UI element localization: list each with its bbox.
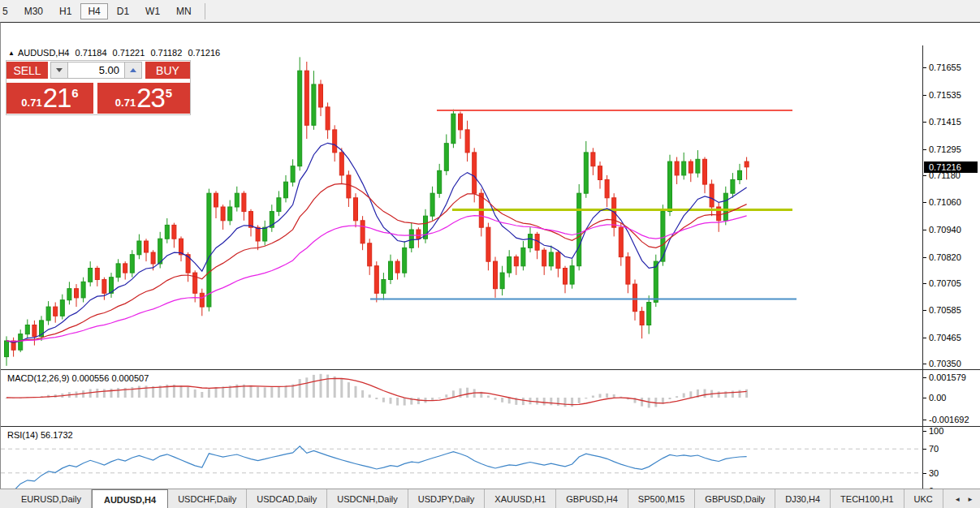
macd-histogram-bar: [348, 382, 350, 398]
timeframe-button-m30[interactable]: M30: [17, 3, 50, 19]
pane-separator: [1, 369, 980, 370]
macd-label: MACD(12,26,9) 0.000556 0.000507: [7, 373, 149, 383]
price-axis-label: 0.70465: [929, 333, 961, 342]
candle-body: [333, 130, 337, 153]
sell-price-pip: 6: [71, 86, 78, 100]
one-click-trade-widget: SELL BUY 0.71 21 6 0.71 23 5: [6, 60, 191, 115]
chart-tab-xauusd[interactable]: XAUUSD,H1: [485, 489, 556, 508]
macd-histogram-bar: [689, 391, 692, 398]
candle-body: [570, 266, 574, 284]
price-axis-label: 0.70705: [929, 278, 961, 288]
candle-body: [626, 257, 630, 285]
candle-body: [228, 207, 232, 221]
chart-tab-audusd[interactable]: AUDUSD,H4: [92, 489, 168, 508]
candle-body: [591, 153, 595, 166]
macd-histogram-bar: [138, 386, 140, 398]
candle-body: [556, 252, 560, 269]
macd-histogram-bar: [417, 398, 420, 404]
candle-body: [5, 341, 9, 357]
timeframe-button-h1[interactable]: H1: [52, 3, 79, 19]
macd-histogram-bar: [103, 389, 106, 398]
current-price-label: 0.71216: [924, 161, 978, 173]
candle-body: [374, 266, 378, 294]
candle-body: [67, 289, 71, 300]
candle-body: [326, 107, 330, 130]
macd-histogram-bar: [355, 386, 357, 398]
sell-button[interactable]: SELL: [6, 62, 48, 79]
candle-body: [605, 179, 609, 197]
timeframe-button-5[interactable]: 5: [0, 3, 15, 19]
candle-body: [563, 269, 568, 285]
candle-body: [360, 221, 365, 243]
candle-body: [291, 166, 295, 183]
triangle-up-icon: [130, 68, 136, 72]
chart-tab-gbpusd[interactable]: GBPUSD,H4: [556, 489, 628, 508]
sell-price[interactable]: 0.71 21 6: [6, 83, 93, 114]
buy-price-pip: 5: [166, 86, 172, 100]
chart-tab-dj30[interactable]: DJ30,H4: [775, 489, 831, 508]
macd-axis-label: 0.00: [929, 393, 946, 403]
price-axis-tick: [923, 67, 926, 68]
macd-histogram-bar: [494, 398, 497, 400]
candle-body: [438, 170, 442, 193]
chart-tab-eurusd[interactable]: EURUSD,Daily: [11, 489, 92, 508]
timeframe-button-d1[interactable]: D1: [110, 3, 136, 19]
price-axis-label: 0.70820: [929, 252, 961, 262]
chart-tab-ukc[interactable]: UKC: [904, 489, 943, 508]
candle-body: [703, 159, 707, 184]
buy-button[interactable]: BUY: [145, 62, 190, 79]
chart-tab-sp500[interactable]: SP500,M15: [628, 489, 695, 508]
macd-histogram-bar: [571, 398, 573, 407]
macd-histogram-bar: [375, 398, 378, 399]
rsi-label: RSI(14) 56.1732: [7, 430, 73, 440]
candle-body: [298, 71, 302, 166]
tab-scroll-left-icon[interactable]: ◄: [954, 496, 961, 503]
candle-body: [710, 184, 714, 207]
timeframe-button-h4[interactable]: H4: [80, 3, 107, 19]
macd-histogram-bar: [361, 390, 364, 398]
macd-histogram-bar: [250, 385, 253, 398]
chart-tab-usdcnh[interactable]: USDCNH,Daily: [327, 489, 408, 508]
candle-body: [647, 303, 651, 325]
candle-body: [395, 261, 399, 273]
chart-tab-tech100[interactable]: TECH100,H1: [831, 489, 904, 508]
chart-tab-gbpusd[interactable]: GBPUSD,Daily: [695, 489, 775, 508]
candle-body: [549, 252, 553, 266]
timeframe-button-mn[interactable]: MN: [169, 3, 199, 19]
candle-body: [444, 144, 448, 171]
chart-window: ▲AUDUSD,H4 0.71184 0.71221 0.71182 0.712…: [0, 22, 980, 489]
volume-decrease-button[interactable]: [50, 62, 68, 79]
macd-histogram-bar: [745, 390, 748, 398]
price-axis-tick: [923, 310, 926, 311]
macd-histogram-bar: [340, 379, 343, 398]
price-axis-label: 0.70940: [929, 225, 961, 235]
price-axis-label: 0.71060: [929, 197, 961, 207]
chart-tab-usdchf[interactable]: USDCHF,Daily: [168, 489, 247, 508]
candle-body: [89, 269, 93, 282]
candle-body: [75, 289, 79, 298]
candle-body: [731, 179, 735, 193]
candle-body: [221, 207, 225, 221]
price-axis[interactable]: 0.716550.715350.714150.712950.711800.710…: [922, 45, 980, 494]
chart-tab-usdjpy[interactable]: USDJPY,Daily: [408, 489, 486, 508]
macd-pane: MACD(12,26,9) 0.000556 0.000507: [1, 371, 922, 426]
price-axis-tick: [923, 149, 926, 150]
volume-increase-button[interactable]: [124, 62, 142, 79]
candle-body: [19, 334, 23, 351]
price-axis-label: 0.70350: [929, 359, 961, 368]
macd-histogram-bar: [536, 398, 538, 405]
macd-histogram-bar: [732, 391, 734, 398]
volume-input[interactable]: [68, 62, 124, 79]
timeframe-toolbar: 5M30H1H4D1W1MN: [0, 0, 980, 22]
candle-body: [521, 248, 525, 265]
macd-histogram-bar: [648, 398, 650, 408]
candle-body: [354, 198, 358, 221]
chart-tab-usdcad[interactable]: USDCAD,Daily: [247, 489, 327, 508]
macd-histogram-bar: [320, 374, 322, 398]
tab-scroll-right-icon[interactable]: ►: [967, 496, 974, 503]
macd-histogram-bar: [222, 386, 224, 398]
timeframe-button-w1[interactable]: W1: [138, 3, 167, 19]
candle-body: [207, 193, 211, 307]
buy-price[interactable]: 0.71 23 5: [97, 83, 190, 114]
macd-histogram-bar: [669, 398, 671, 399]
